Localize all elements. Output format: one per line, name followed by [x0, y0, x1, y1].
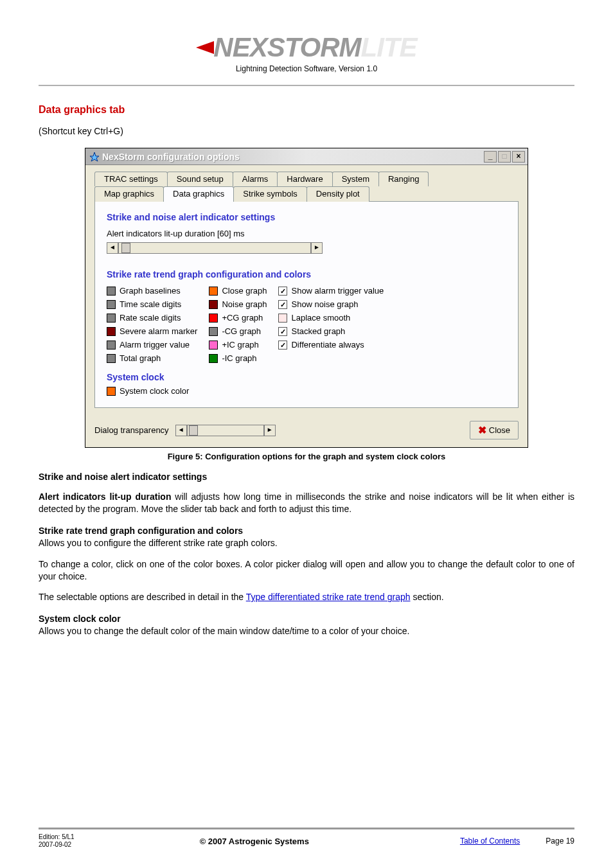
color1-swatch-5[interactable]	[107, 354, 116, 363]
body-p3: To change a color, click on one of the c…	[39, 558, 574, 583]
titlebar[interactable]: NexStorm configuration options _ □ ×	[85, 148, 528, 165]
checkbox-item-2[interactable]: Laplace smooth	[278, 313, 384, 323]
color1-item-0[interactable]: Graph baselines	[107, 286, 197, 296]
body-h1: Strike and noise alert indicator setting…	[39, 472, 574, 482]
system-clock-label: System clock color	[120, 386, 189, 396]
color2-item-1[interactable]: Noise graph	[209, 299, 267, 309]
color2-swatch-3[interactable]	[209, 327, 218, 336]
color1-label-4: Alarm trigger value	[120, 340, 190, 350]
color2-item-3[interactable]: -CG graph	[209, 326, 267, 336]
body-p2: Allows you to configure the different st…	[39, 537, 574, 549]
body-p4: The selectable options are described in …	[39, 591, 574, 603]
color1-swatch-4[interactable]	[107, 341, 116, 350]
close-window-button[interactable]: ×	[512, 151, 525, 163]
tab-alarms[interactable]: Alarms	[233, 172, 278, 186]
tab-density-plot[interactable]: Density plot	[306, 186, 369, 202]
logo-text-dark: NEXSTORM	[213, 32, 360, 62]
color1-swatch-1[interactable]	[107, 300, 116, 309]
color1-item-3[interactable]: Severe alarm marker	[107, 326, 197, 336]
logo-block: NEXSTORMLITE Lightning Detection Softwar…	[39, 32, 574, 73]
color2-label-0: Close graph	[222, 286, 267, 296]
logo-subtitle: Lightning Detection Software, Version 1.…	[39, 64, 574, 73]
color2-item-0[interactable]: Close graph	[209, 286, 267, 296]
checkbox-label-3: Stacked graph	[291, 326, 345, 336]
checkbox-2[interactable]	[278, 314, 287, 323]
link-trend-graph[interactable]: Type differentiated strike rate trend gr…	[246, 592, 411, 602]
color1-item-5[interactable]: Total graph	[107, 353, 197, 363]
footer-toc-link[interactable]: Table of Contents	[460, 837, 520, 846]
maximize-button: □	[498, 151, 511, 163]
color2-item-2[interactable]: +CG graph	[209, 313, 267, 323]
tab-ranging[interactable]: Ranging	[378, 172, 429, 186]
tab-hardware[interactable]: Hardware	[277, 172, 332, 186]
color2-swatch-5[interactable]	[209, 354, 218, 363]
titlebar-text: NexStorm configuration options	[102, 152, 484, 162]
divider	[39, 85, 574, 86]
slider-right-icon[interactable]: ►	[311, 242, 323, 254]
color1-swatch-2[interactable]	[107, 314, 116, 323]
tab-system[interactable]: System	[332, 172, 379, 186]
checkbox-3[interactable]: ✓	[278, 327, 287, 336]
color2-swatch-0[interactable]	[209, 287, 218, 296]
checkbox-label-4: Differentiate always	[291, 340, 364, 350]
color1-label-1: Time scale digits	[120, 299, 181, 309]
tab-map-graphics[interactable]: Map graphics	[94, 186, 164, 202]
checkbox-item-4[interactable]: ✓Differentiate always	[278, 340, 384, 350]
tab-data-graphics[interactable]: Data graphics	[163, 186, 234, 202]
minimize-button[interactable]: _	[484, 151, 497, 163]
slider-thumb[interactable]	[121, 243, 130, 253]
body-h3: System clock color	[39, 614, 574, 624]
checkbox-item-1[interactable]: ✓Show noise graph	[278, 299, 384, 309]
color1-label-0: Graph baselines	[120, 286, 181, 296]
checkbox-label-0: Show alarm trigger value	[291, 286, 384, 296]
checkbox-item-0[interactable]: ✓Show alarm trigger value	[278, 286, 384, 296]
body-p1-bold: Alert indicators lit-up duration	[39, 492, 171, 502]
checkbox-label-2: Laplace smooth	[291, 313, 350, 323]
svg-marker-0	[90, 152, 99, 161]
system-clock-swatch[interactable]	[107, 387, 116, 396]
transparency-right-icon[interactable]: ►	[264, 425, 276, 436]
close-button[interactable]: ✖ Close	[470, 421, 519, 439]
tab-strip: TRAC settings Sound setup Alarms Hardwar…	[94, 172, 519, 202]
color2-label-5: -IC graph	[222, 353, 256, 363]
slider-left-icon[interactable]: ◄	[107, 242, 118, 254]
color2-label-3: -CG graph	[222, 326, 261, 336]
color1-swatch-3[interactable]	[107, 327, 116, 336]
checkbox-1[interactable]: ✓	[278, 300, 287, 309]
figure-caption: Figure 5: Configuration options for the …	[85, 452, 528, 461]
alert-duration-label: Alert indicators lit-up duration [60] ms	[107, 229, 506, 238]
color2-label-4: +IC graph	[222, 340, 258, 350]
system-clock-color[interactable]: System clock color	[107, 386, 506, 396]
transparency-slider[interactable]: ◄ ►	[175, 425, 276, 436]
alert-duration-slider[interactable]: ◄ ►	[107, 242, 506, 254]
checkbox-0[interactable]: ✓	[278, 287, 287, 296]
color1-item-2[interactable]: Rate scale digits	[107, 313, 197, 323]
tab-trac-settings[interactable]: TRAC settings	[94, 172, 168, 186]
color1-swatch-0[interactable]	[107, 287, 116, 296]
tab-strike-symbols[interactable]: Strike symbols	[233, 186, 307, 202]
body-p4a: The selectable options are described in …	[39, 592, 246, 602]
tab-panel: Strike and noise alert indicator setting…	[94, 201, 519, 408]
group-alert-title: Strike and noise alert indicator setting…	[107, 212, 506, 222]
transparency-thumb[interactable]	[189, 425, 198, 436]
checkbox-4[interactable]: ✓	[278, 341, 287, 350]
logo-text-light: LITE	[361, 32, 417, 62]
shortcut-text: (Shortcut key Ctrl+G)	[39, 126, 574, 136]
color1-item-4[interactable]: Alarm trigger value	[107, 340, 197, 350]
color1-item-1[interactable]: Time scale digits	[107, 299, 197, 309]
transparency-left-icon[interactable]: ◄	[175, 425, 187, 436]
color1-label-3: Severe alarm marker	[120, 326, 197, 336]
close-button-label: Close	[489, 425, 510, 435]
color2-swatch-2[interactable]	[209, 314, 218, 323]
transparency-track[interactable]	[187, 425, 264, 436]
body-h2: Strike rate trend graph configuration an…	[39, 526, 574, 536]
slider-track[interactable]	[118, 242, 311, 254]
color2-label-1: Noise graph	[222, 299, 267, 309]
color2-swatch-4[interactable]	[209, 341, 218, 350]
tab-sound-setup[interactable]: Sound setup	[167, 172, 233, 186]
color2-item-4[interactable]: +IC graph	[209, 340, 267, 350]
color1-label-2: Rate scale digits	[120, 313, 181, 323]
checkbox-item-3[interactable]: ✓Stacked graph	[278, 326, 384, 336]
color2-swatch-1[interactable]	[209, 300, 218, 309]
color2-item-5[interactable]: -IC graph	[209, 353, 267, 363]
